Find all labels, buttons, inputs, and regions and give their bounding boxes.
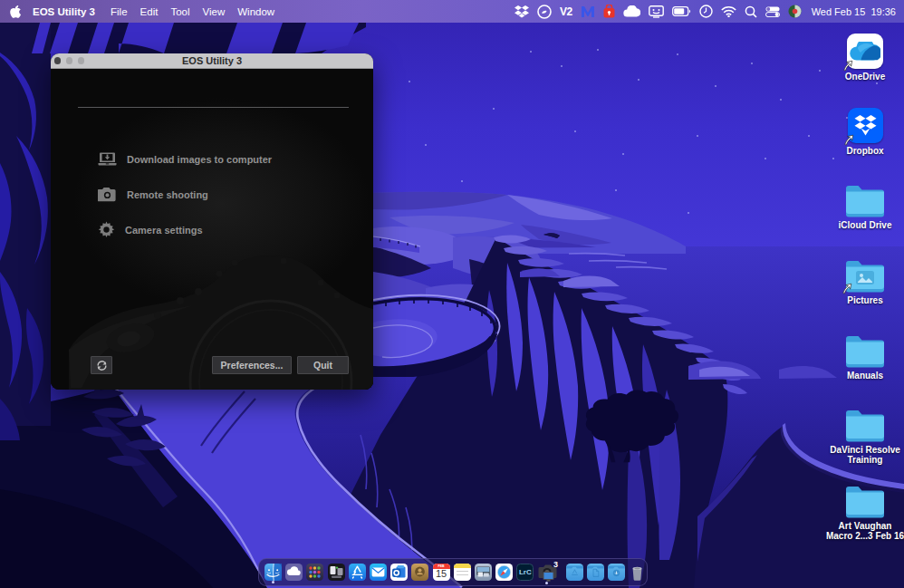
svg-text:3: 3 (553, 560, 558, 569)
